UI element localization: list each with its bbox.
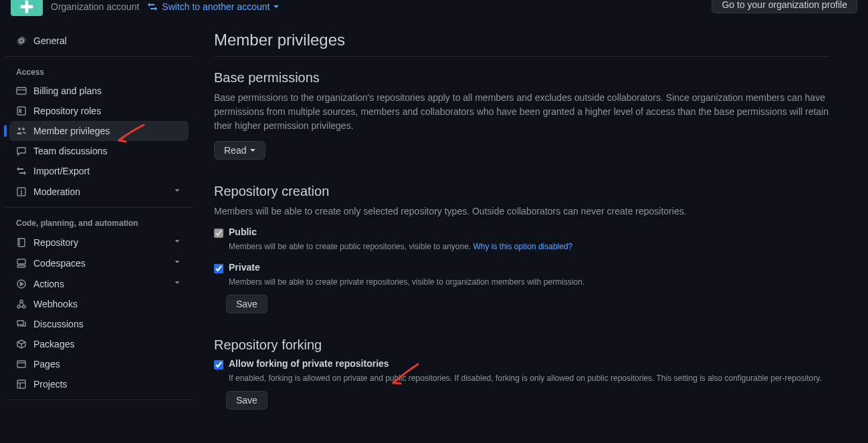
svg-point-7	[22, 128, 25, 130]
sidebar-label: Member privileges	[33, 126, 182, 136]
browser-icon	[16, 359, 27, 370]
caret-down-icon	[274, 5, 279, 8]
svg-rect-2	[17, 88, 26, 94]
people-icon	[16, 126, 27, 136]
package-icon	[16, 339, 27, 349]
switch-account-label: Switch to another account	[162, 1, 269, 12]
webhook-icon	[16, 299, 27, 309]
sidebar-label: Team discussions	[33, 146, 182, 156]
svg-rect-1	[21, 5, 33, 9]
base-permissions-desc: Base permissions to the organization's r…	[214, 91, 829, 133]
svg-point-15	[17, 305, 20, 308]
svg-point-5	[19, 110, 21, 112]
repo-icon	[16, 237, 27, 248]
base-permissions-dropdown[interactable]: Read	[214, 141, 265, 160]
sidebar-label: Projects	[33, 379, 182, 390]
repo-creation-save-button[interactable]: Save	[226, 295, 267, 313]
allow-forking-desc: If enabled, forking is allowed on privat…	[229, 372, 829, 384]
sidebar-item-repository[interactable]: Repository	[9, 232, 189, 253]
sidebar-item-moderation[interactable]: Moderation	[9, 181, 189, 202]
sidebar-item-pages[interactable]: Pages	[9, 354, 189, 374]
sidebar-label: Billing and plans	[33, 86, 182, 96]
sidebar-label: Moderation	[33, 186, 166, 197]
sidebar-label: General	[33, 35, 182, 46]
sidebar-item-member-privileges[interactable]: Member privileges	[9, 121, 189, 141]
svg-point-6	[18, 128, 21, 130]
repo-creation-desc: Members will be able to create only sele…	[214, 204, 829, 218]
sidebar-item-discussions[interactable]: Discussions	[9, 314, 189, 334]
sidebar-label: Packages	[33, 339, 182, 349]
forking-save-button[interactable]: Save	[226, 391, 267, 410]
caret-down-icon	[250, 149, 255, 152]
sidebar-item-import-export[interactable]: Import/Export	[9, 161, 189, 181]
allow-forking-label: Allow forking of private repositories	[229, 358, 389, 369]
sidebar-item-projects[interactable]: Projects	[9, 374, 189, 394]
sidebar-label: Actions	[33, 279, 166, 289]
page-title: Member privileges	[214, 31, 829, 57]
sidebar-section-access: Access	[5, 62, 193, 81]
sidebar-item-actions[interactable]: Actions	[9, 273, 189, 294]
public-repos-checkbox[interactable]	[214, 229, 223, 238]
svg-rect-19	[17, 380, 25, 388]
sidebar-label: Import/Export	[33, 166, 182, 176]
private-repos-checkbox[interactable]	[214, 264, 223, 273]
private-desc: Members will be able to create private r…	[229, 276, 829, 288]
codespaces-icon	[16, 258, 27, 269]
sidebar-label: Codespaces	[33, 258, 166, 269]
svg-point-16	[23, 305, 25, 308]
svg-rect-12	[17, 265, 25, 267]
public-label: Public	[229, 227, 257, 237]
public-disabled-link[interactable]: Why is this option disabled?	[473, 242, 573, 251]
id-badge-icon	[16, 106, 27, 116]
sidebar-label: Repository	[33, 237, 166, 248]
public-desc: Members will be able to create public re…	[229, 242, 473, 251]
gear-icon	[16, 35, 27, 46]
sidebar-label: Pages	[33, 359, 182, 370]
org-avatar	[11, 0, 43, 16]
arrows-icon	[16, 166, 27, 176]
svg-rect-11	[17, 259, 25, 264]
chevron-down-icon	[173, 257, 182, 269]
play-icon	[16, 279, 27, 289]
switch-icon	[147, 1, 158, 12]
main-content: Member privileges Base permissions Base …	[198, 31, 840, 410]
base-permissions-value: Read	[224, 145, 246, 156]
sidebar-item-webhooks[interactable]: Webhooks	[9, 294, 189, 314]
chevron-down-icon	[173, 278, 182, 289]
private-label: Private	[229, 262, 260, 273]
settings-sidebar: General Access Billing and plans Reposit…	[0, 31, 198, 410]
credit-card-icon	[16, 86, 27, 96]
sidebar-item-repo-roles[interactable]: Repository roles	[9, 101, 189, 121]
svg-rect-17	[17, 361, 25, 367]
sidebar-label: Repository roles	[33, 106, 182, 116]
discussion-icon	[16, 319, 27, 329]
svg-rect-4	[17, 107, 25, 115]
allow-forking-checkbox[interactable]	[214, 360, 223, 370]
sidebar-section-code: Code, planning, and automation	[5, 213, 193, 232]
chevron-down-icon	[173, 186, 182, 197]
account-type-label: Organization account	[51, 1, 139, 12]
sidebar-item-team-discussions[interactable]: Team discussions	[9, 141, 189, 161]
sidebar-item-general[interactable]: General	[9, 31, 189, 51]
sidebar-label: Discussions	[33, 319, 182, 329]
repo-creation-heading: Repository creation	[214, 184, 829, 199]
chevron-down-icon	[173, 237, 182, 248]
repo-forking-heading: Repository forking	[214, 337, 829, 353]
base-permissions-heading: Base permissions	[214, 70, 829, 86]
table-icon	[16, 379, 27, 390]
report-icon	[16, 186, 27, 197]
svg-point-10	[21, 193, 21, 194]
sidebar-label: Webhooks	[33, 299, 182, 309]
sidebar-item-billing[interactable]: Billing and plans	[9, 81, 189, 101]
switch-account-link[interactable]: Switch to another account	[147, 1, 279, 12]
comment-icon	[16, 146, 27, 156]
org-profile-button[interactable]: Go to your organization profile	[712, 0, 857, 13]
sidebar-item-packages[interactable]: Packages	[9, 334, 189, 354]
sidebar-item-codespaces[interactable]: Codespaces	[9, 253, 189, 273]
